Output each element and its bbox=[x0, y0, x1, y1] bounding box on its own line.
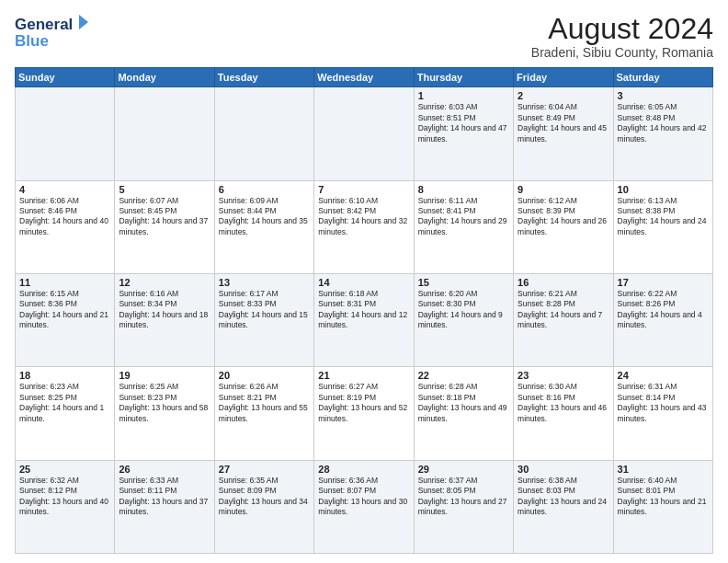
day-number: 27 bbox=[219, 464, 310, 475]
empty-cell bbox=[214, 87, 313, 180]
day-info: Sunset: 8:44 PM bbox=[219, 206, 310, 216]
day-1: 1Sunrise: 6:03 AMSunset: 8:51 PMDaylight… bbox=[414, 87, 513, 180]
day-15: 15Sunrise: 6:20 AMSunset: 8:30 PMDayligh… bbox=[414, 273, 513, 366]
day-info: Sunset: 8:11 PM bbox=[119, 486, 210, 496]
day-info: Sunrise: 6:13 AM bbox=[618, 196, 709, 206]
day-info: Daylight: 14 hours and 32 minutes. bbox=[318, 216, 409, 237]
day-info: Daylight: 14 hours and 18 minutes. bbox=[119, 310, 210, 331]
day-info: Sunrise: 6:16 AM bbox=[119, 289, 210, 299]
svg-text:Blue: Blue bbox=[15, 32, 49, 50]
day-number: 9 bbox=[518, 184, 609, 195]
day-headers-row: Sunday Monday Tuesday Wednesday Thursday… bbox=[16, 68, 713, 87]
calendar-week-row: 11Sunrise: 6:15 AMSunset: 8:36 PMDayligh… bbox=[16, 273, 713, 366]
day-21: 21Sunrise: 6:27 AMSunset: 8:19 PMDayligh… bbox=[314, 367, 414, 460]
day-info: Sunrise: 6:30 AM bbox=[518, 382, 609, 392]
header: General Blue August 2024 Bradeni, Sibiu … bbox=[15, 13, 713, 60]
day-number: 25 bbox=[19, 464, 110, 475]
day-info: Sunrise: 6:40 AM bbox=[618, 476, 709, 486]
day-number: 30 bbox=[518, 464, 609, 475]
day-number: 13 bbox=[219, 277, 310, 288]
day-info: Sunset: 8:03 PM bbox=[518, 486, 609, 496]
main-title: August 2024 bbox=[531, 13, 713, 45]
header-sunday: Sunday bbox=[16, 68, 115, 87]
day-info: Daylight: 14 hours and 15 minutes. bbox=[219, 310, 310, 331]
day-info: Daylight: 13 hours and 55 minutes. bbox=[219, 403, 310, 424]
day-info: Daylight: 14 hours and 12 minutes. bbox=[318, 310, 409, 331]
day-13: 13Sunrise: 6:17 AMSunset: 8:33 PMDayligh… bbox=[214, 273, 313, 366]
day-number: 11 bbox=[19, 277, 110, 288]
day-info: Sunset: 8:42 PM bbox=[318, 206, 409, 216]
day-18: 18Sunrise: 6:23 AMSunset: 8:25 PMDayligh… bbox=[16, 367, 115, 460]
day-info: Sunrise: 6:06 AM bbox=[19, 196, 110, 206]
day-31: 31Sunrise: 6:40 AMSunset: 8:01 PMDayligh… bbox=[613, 460, 712, 553]
day-number: 3 bbox=[618, 90, 709, 101]
day-info: Sunset: 8:45 PM bbox=[119, 206, 210, 216]
calendar-week-row: 18Sunrise: 6:23 AMSunset: 8:25 PMDayligh… bbox=[16, 367, 713, 460]
day-info: Daylight: 13 hours and 46 minutes. bbox=[518, 403, 609, 424]
day-info: Sunset: 8:19 PM bbox=[318, 393, 409, 403]
day-info: Daylight: 14 hours and 47 minutes. bbox=[418, 123, 509, 144]
header-wednesday: Wednesday bbox=[314, 68, 414, 87]
day-info: Sunset: 8:14 PM bbox=[618, 393, 709, 403]
day-info: Sunrise: 6:36 AM bbox=[318, 476, 409, 486]
day-28: 28Sunrise: 6:36 AMSunset: 8:07 PMDayligh… bbox=[314, 460, 414, 553]
day-info: Sunset: 8:41 PM bbox=[418, 206, 509, 216]
day-number: 7 bbox=[318, 184, 409, 195]
day-3: 3Sunrise: 6:05 AMSunset: 8:48 PMDaylight… bbox=[613, 87, 712, 180]
day-info: Sunrise: 6:18 AM bbox=[318, 289, 409, 299]
day-info: Sunrise: 6:22 AM bbox=[618, 289, 709, 299]
day-info: Sunrise: 6:11 AM bbox=[418, 196, 509, 206]
day-info: Sunset: 8:51 PM bbox=[418, 113, 509, 123]
empty-cell bbox=[115, 87, 214, 180]
day-14: 14Sunrise: 6:18 AMSunset: 8:31 PMDayligh… bbox=[314, 273, 414, 366]
day-number: 10 bbox=[618, 184, 709, 195]
day-17: 17Sunrise: 6:22 AMSunset: 8:26 PMDayligh… bbox=[613, 273, 712, 366]
day-number: 14 bbox=[318, 277, 409, 288]
calendar-week-row: 1Sunrise: 6:03 AMSunset: 8:51 PMDaylight… bbox=[16, 87, 713, 180]
day-info: Sunrise: 6:38 AM bbox=[518, 476, 609, 486]
day-number: 18 bbox=[19, 370, 110, 381]
day-info: Sunrise: 6:09 AM bbox=[219, 196, 310, 206]
day-info: Sunrise: 6:12 AM bbox=[518, 196, 609, 206]
day-8: 8Sunrise: 6:11 AMSunset: 8:41 PMDaylight… bbox=[414, 180, 513, 273]
day-info: Daylight: 13 hours and 58 minutes. bbox=[119, 403, 210, 424]
day-number: 4 bbox=[19, 184, 110, 195]
day-info: Sunset: 8:49 PM bbox=[518, 113, 609, 123]
day-info: Daylight: 14 hours and 40 minutes. bbox=[19, 216, 110, 237]
calendar-header: Sunday Monday Tuesday Wednesday Thursday… bbox=[16, 68, 713, 87]
day-number: 2 bbox=[518, 90, 609, 101]
day-number: 8 bbox=[418, 184, 509, 195]
day-info: Sunrise: 6:23 AM bbox=[19, 382, 110, 392]
day-26: 26Sunrise: 6:33 AMSunset: 8:11 PMDayligh… bbox=[115, 460, 214, 553]
day-22: 22Sunrise: 6:28 AMSunset: 8:18 PMDayligh… bbox=[414, 367, 513, 460]
day-number: 21 bbox=[318, 370, 409, 381]
day-30: 30Sunrise: 6:38 AMSunset: 8:03 PMDayligh… bbox=[514, 460, 613, 553]
day-info: Daylight: 13 hours and 34 minutes. bbox=[219, 497, 310, 518]
day-25: 25Sunrise: 6:32 AMSunset: 8:12 PMDayligh… bbox=[16, 460, 115, 553]
empty-cell bbox=[314, 87, 414, 180]
day-number: 17 bbox=[618, 277, 709, 288]
header-monday: Monday bbox=[115, 68, 214, 87]
day-number: 1 bbox=[418, 90, 509, 101]
day-info: Daylight: 14 hours and 42 minutes. bbox=[618, 123, 709, 144]
day-info: Sunset: 8:18 PM bbox=[418, 393, 509, 403]
day-info: Daylight: 14 hours and 1 minute. bbox=[19, 403, 110, 424]
day-info: Sunrise: 6:10 AM bbox=[318, 196, 409, 206]
day-info: Sunrise: 6:03 AM bbox=[418, 102, 509, 112]
day-number: 31 bbox=[618, 464, 709, 475]
day-info: Sunset: 8:33 PM bbox=[219, 299, 310, 309]
day-info: Sunrise: 6:15 AM bbox=[19, 289, 110, 299]
day-11: 11Sunrise: 6:15 AMSunset: 8:36 PMDayligh… bbox=[16, 273, 115, 366]
day-info: Daylight: 14 hours and 29 minutes. bbox=[418, 216, 509, 237]
day-info: Daylight: 14 hours and 37 minutes. bbox=[119, 216, 210, 237]
day-info: Sunset: 8:34 PM bbox=[119, 299, 210, 309]
day-4: 4Sunrise: 6:06 AMSunset: 8:46 PMDaylight… bbox=[16, 180, 115, 273]
day-info: Daylight: 13 hours and 37 minutes. bbox=[119, 497, 210, 518]
day-info: Sunrise: 6:04 AM bbox=[518, 102, 609, 112]
day-number: 24 bbox=[618, 370, 709, 381]
day-20: 20Sunrise: 6:26 AMSunset: 8:21 PMDayligh… bbox=[214, 367, 313, 460]
day-info: Sunrise: 6:20 AM bbox=[418, 289, 509, 299]
day-info: Daylight: 14 hours and 7 minutes. bbox=[518, 310, 609, 331]
day-info: Sunset: 8:28 PM bbox=[518, 299, 609, 309]
day-number: 12 bbox=[119, 277, 210, 288]
